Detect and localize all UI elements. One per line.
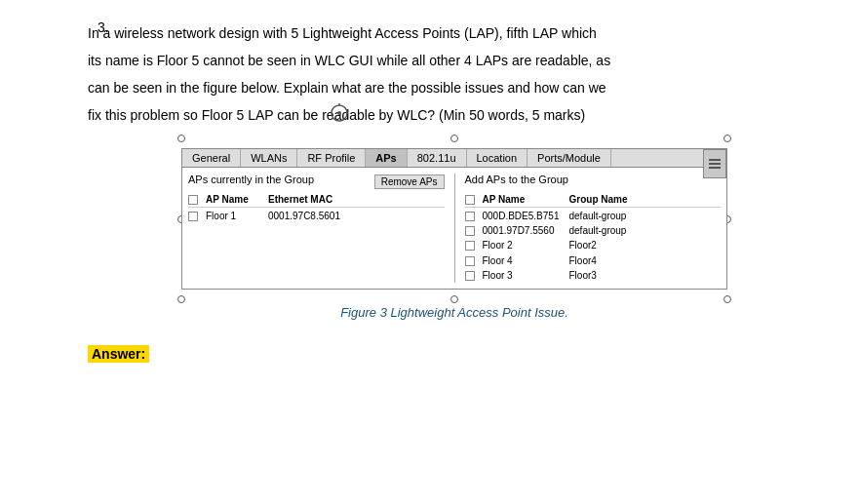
left-check-header (188, 194, 202, 205)
left-col-apname: AP Name (206, 194, 264, 205)
tab-location[interactable]: Location (467, 149, 528, 167)
right-row-1: 000D.BDE5.B751 default-group (465, 208, 722, 222)
right-row-4: Floor 4 Floor4 (465, 252, 722, 267)
right-row5-checkbox[interactable] (465, 271, 475, 281)
right-table-header: AP Name Group Name (465, 192, 722, 208)
left-panel-title: APs currently in the Group (188, 174, 314, 185)
left-col-mac: Ethernet MAC (268, 194, 356, 205)
right-panel-title: Add APs to the Group (465, 174, 568, 185)
left-panel-header: APs currently in the Group Remove APs (188, 174, 445, 189)
question-number: 3. (98, 19, 109, 35)
tab-rf-profile[interactable]: RF Profile (297, 149, 366, 167)
left-row-check (188, 210, 202, 220)
panel-divider (454, 174, 455, 283)
handle-tl[interactable] (177, 135, 185, 142)
handle-tm[interactable] (450, 135, 458, 142)
left-row-floor1: Floor 1 0001.97C8.5601 (188, 208, 445, 222)
right-row2-group: default-group (569, 225, 638, 236)
left-row-mac: 0001.97C8.5601 (268, 211, 356, 221)
right-row4-apname: Floor 4 (483, 255, 566, 266)
right-row-3: Floor 2 Floor2 (465, 238, 722, 252)
right-header-checkbox[interactable] (465, 195, 475, 205)
handle-bm[interactable] (450, 295, 458, 303)
left-header-checkbox[interactable] (188, 195, 198, 205)
svg-rect-3 (709, 159, 721, 161)
right-row4-checkbox[interactable] (465, 256, 475, 266)
right-row-2: 0001.97D7.5560 default-group (465, 223, 722, 238)
right-row1-checkbox[interactable] (465, 212, 475, 221)
right-col-group: Group Name (569, 194, 638, 205)
wlc-body: APs currently in the Group Remove APs AP… (182, 168, 726, 289)
right-row3-group: Floor2 (569, 240, 638, 251)
answer-label: Answer: (88, 335, 821, 363)
right-row5-apname: Floor 3 (483, 270, 566, 281)
right-check-header (465, 194, 479, 205)
left-table-header: AP Name Ethernet MAC (188, 192, 445, 208)
tab-general[interactable]: General (182, 149, 241, 167)
right-row2-apname: 0001.97D7.5560 (483, 225, 566, 236)
handle-bl[interactable] (177, 295, 185, 303)
remove-aps-button[interactable]: Remove APs (374, 174, 445, 189)
wlc-gui: General WLANs RF Profile APs 802.11u Loc… (181, 148, 727, 290)
scroll-icon[interactable] (703, 149, 726, 178)
right-row1-group: default-group (569, 211, 638, 221)
question-text: In a wireless network design with 5 Ligh… (88, 19, 821, 129)
question-block: 3. In a wireless network design with 5 L… (59, 19, 821, 363)
right-row2-checkbox[interactable] (465, 226, 475, 236)
left-row-checkbox[interactable] (188, 212, 198, 221)
right-row5-group: Floor3 (569, 270, 638, 281)
left-panel: APs currently in the Group Remove APs AP… (188, 174, 445, 283)
svg-rect-5 (709, 167, 721, 169)
tab-bar: General WLANs RF Profile APs 802.11u Loc… (182, 149, 726, 168)
tab-802-11u[interactable]: 802.11u (408, 149, 467, 167)
right-row3-apname: Floor 2 (483, 240, 566, 251)
figure-wrapper: General WLANs RF Profile APs 802.11u Loc… (88, 138, 821, 324)
right-row4-group: Floor4 (569, 255, 638, 266)
svg-rect-4 (709, 163, 721, 165)
figure-frame: General WLANs RF Profile APs 802.11u Loc… (181, 138, 727, 299)
right-panel: Add APs to the Group AP Name Group Name … (465, 174, 722, 283)
handle-tr[interactable] (723, 135, 731, 142)
tab-aps[interactable]: APs (366, 149, 407, 167)
right-row-5: Floor 3 Floor3 (465, 268, 722, 283)
svg-point-1 (337, 111, 341, 115)
right-row3-checkbox[interactable] (465, 241, 475, 251)
right-col-apname: AP Name (483, 194, 566, 205)
figure-caption: Figure 3 Lightweight Access Point Issue. (340, 305, 568, 320)
left-row-apname: Floor 1 (206, 211, 264, 221)
right-row1-apname: 000D.BDE5.B751 (483, 211, 566, 221)
tab-ports-module[interactable]: Ports/Module (528, 149, 611, 167)
right-panel-header: Add APs to the Group (465, 174, 722, 189)
handle-br[interactable] (723, 295, 731, 303)
tab-wlans[interactable]: WLANs (241, 149, 297, 167)
